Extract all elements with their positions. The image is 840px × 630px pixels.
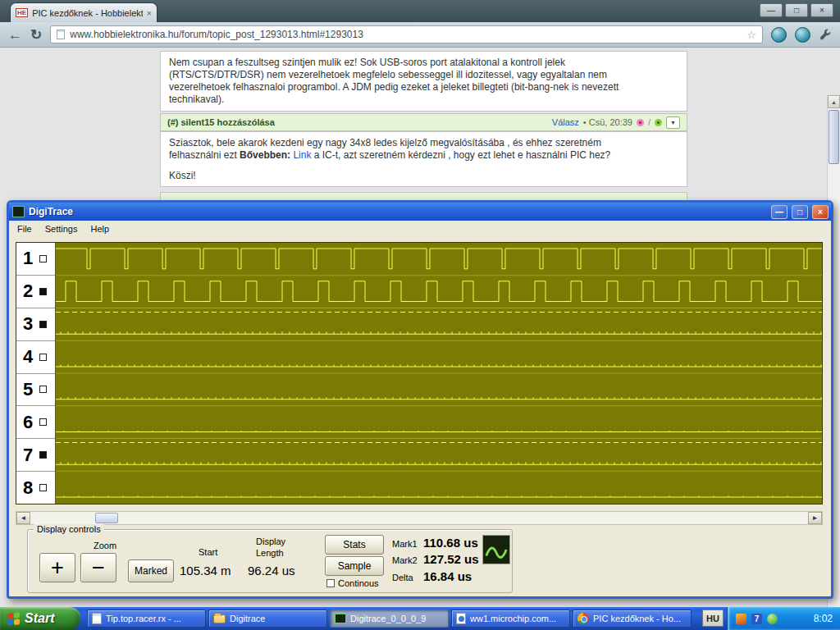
flower-icon[interactable] <box>637 119 644 126</box>
scroll-up-icon[interactable]: ▲ <box>828 95 840 108</box>
forum-post-quote: Nem csupan a feszultseg szintjen mulik e… <box>160 51 687 112</box>
chrome-icon <box>578 613 589 624</box>
display-length-label-2: Length <box>256 548 284 558</box>
post-options-dropdown[interactable]: ▼ <box>666 116 680 129</box>
shield-icon[interactable] <box>736 614 746 624</box>
seven-badge-icon[interactable]: 7 <box>751 614 762 624</box>
reply-link[interactable]: Válasz <box>552 117 579 127</box>
channel-checkbox[interactable] <box>39 354 47 361</box>
digitrace-logo <box>482 535 510 564</box>
channel-checkbox[interactable] <box>39 451 47 459</box>
language-indicator[interactable]: HU <box>702 609 724 627</box>
trace-horizontal-scrollbar[interactable]: ◄ ► <box>16 511 823 525</box>
marked-button[interactable]: Marked <box>128 559 174 582</box>
reload-icon[interactable]: ↻ <box>30 28 42 42</box>
extension-icon-2[interactable] <box>795 27 810 43</box>
task-button-tiptop[interactable]: Tip.top.racer.rx - ... <box>87 609 206 628</box>
channel-checkbox[interactable] <box>39 386 47 393</box>
post-text: a IC-t, azt szeretném kérdezni , hogy ez… <box>311 149 610 161</box>
trace-display-area: 1 2 3 4 5 6 7 <box>16 242 823 504</box>
delta-label: Delta <box>392 573 413 582</box>
tab-favicon: HE <box>16 8 28 17</box>
channel-number: 6 <box>21 412 35 433</box>
post-link[interactable]: Link <box>290 149 311 161</box>
post-text-line: Sziasztok, bele akarok kezdeni egy nagy … <box>169 137 678 162</box>
continous-checkbox[interactable] <box>326 579 335 587</box>
menu-settings[interactable]: Settings <box>39 222 84 235</box>
channel-number: 2 <box>21 281 35 302</box>
restore-icon[interactable]: □ <box>785 3 808 17</box>
wrench-menu-icon[interactable] <box>819 28 832 41</box>
tab-title: PIC kezdőknek - Hobbielektroni <box>32 8 142 18</box>
taskbar: Start Tip.top.racer.rx - ... Digitrace D… <box>0 607 840 630</box>
url-text[interactable]: www.hobbielektronika.hu/forum/topic_post… <box>70 29 742 40</box>
maximize-icon[interactable]: □ <box>792 205 808 219</box>
mark1-value: 110.68 us <box>423 536 478 550</box>
post-text-line: vezerelhetoek felhasznaloi programbol. A… <box>169 81 678 94</box>
task-button-digitrace-app[interactable]: Digitrace_0_0_0_9 <box>330 609 449 628</box>
logic-trace-plot[interactable] <box>56 243 822 504</box>
forum-post-body: Sziasztok, bele akarok kezdeni egy nagy … <box>160 131 687 187</box>
scroll-left-icon[interactable]: ◄ <box>16 512 30 524</box>
post-text-line: (RTS/CTS/DTR/DSR) nem vezerelhetoek megf… <box>169 69 678 81</box>
mark1-label: Mark1 <box>392 539 418 549</box>
url-bar[interactable]: www.hobbielektronika.hu/forum/topic_post… <box>50 25 763 43</box>
minimize-icon[interactable]: — <box>771 205 788 219</box>
digitrace-menubar: File Settings Help <box>9 221 831 236</box>
channel-number: 4 <box>21 346 35 368</box>
menu-file[interactable]: File <box>11 222 39 235</box>
channel-checkbox[interactable] <box>39 321 47 328</box>
browser-tabstrip: HE PIC kezdőknek - Hobbielektroni × — □ … <box>0 0 840 22</box>
channel-checkbox[interactable] <box>39 418 47 426</box>
post-header: (#) silent15 hozzászólása Válasz • Csü, … <box>160 113 687 131</box>
leaf-icon[interactable] <box>655 119 662 126</box>
post-timestamp: • Csü, 20:39 <box>583 117 632 127</box>
task-button-microchip[interactable]: ww1.microchip.com... <box>451 609 570 628</box>
channel-row-4: 4 <box>16 341 55 374</box>
task-button-label: Tip.top.racer.rx - ... <box>106 614 181 623</box>
channel-row-7: 7 <box>16 439 55 472</box>
digitrace-window: DigiTrace — □ × File Settings Help 1 2 3… <box>7 200 833 599</box>
green-status-icon[interactable] <box>767 614 778 624</box>
channel-checkbox[interactable] <box>39 288 47 295</box>
channel-number: 7 <box>21 445 35 466</box>
task-button-digitrace-folder[interactable]: Digitrace <box>208 609 327 628</box>
task-button-label: Digitrace_0_0_0_9 <box>350 614 426 623</box>
channel-row-2: 2 <box>16 276 55 308</box>
windows-flag-icon <box>7 612 20 626</box>
channel-row-6: 6 <box>16 406 55 439</box>
continous-checkbox-row: Continous <box>326 578 379 588</box>
start-label: Start <box>199 547 217 557</box>
delta-value: 16.84 us <box>423 569 472 583</box>
close-icon[interactable]: × <box>812 205 829 219</box>
channel-checkbox[interactable] <box>39 484 47 491</box>
post-author[interactable]: (#) silent15 hozzászólása <box>167 117 548 127</box>
sample-button[interactable]: Sample <box>325 556 384 576</box>
tab-close-icon[interactable]: × <box>147 8 152 18</box>
scroll-right-icon[interactable]: ► <box>808 512 822 524</box>
task-button-browser[interactable]: PIC kezdőknek - Ho... <box>573 609 692 628</box>
channel-checkbox[interactable] <box>39 255 47 262</box>
folder-icon <box>213 614 226 623</box>
channel-row-5: 5 <box>16 374 55 407</box>
back-icon[interactable]: ← <box>8 28 22 42</box>
close-icon[interactable]: × <box>810 3 833 17</box>
clock: 8:02 <box>814 613 833 624</box>
start-button[interactable]: Start <box>0 607 80 630</box>
bookmark-star-icon[interactable]: ☆ <box>746 29 756 41</box>
post-text-line: Köszi! <box>169 170 678 182</box>
mark2-value: 127.52 us <box>423 552 479 566</box>
minimize-icon[interactable]: — <box>760 3 783 17</box>
scrollbar-thumb[interactable] <box>829 110 839 164</box>
document-icon <box>92 613 102 624</box>
zoom-out-button[interactable]: − <box>80 553 116 582</box>
stats-button[interactable]: Stats <box>325 535 384 555</box>
post-text: Sziasztok, bele akarok kezdeni egy nagy … <box>169 137 601 148</box>
menu-help[interactable]: Help <box>84 222 116 235</box>
scrollbar-thumb[interactable] <box>95 513 118 523</box>
digitrace-titlebar[interactable]: DigiTrace — □ × <box>9 203 831 221</box>
browser-tab[interactable]: HE PIC kezdőknek - Hobbielektroni × <box>10 2 158 22</box>
zoom-in-button[interactable]: + <box>39 553 75 582</box>
channel-label-column: 1 2 3 4 5 6 7 <box>16 243 56 504</box>
extension-icon-1[interactable] <box>771 27 787 43</box>
